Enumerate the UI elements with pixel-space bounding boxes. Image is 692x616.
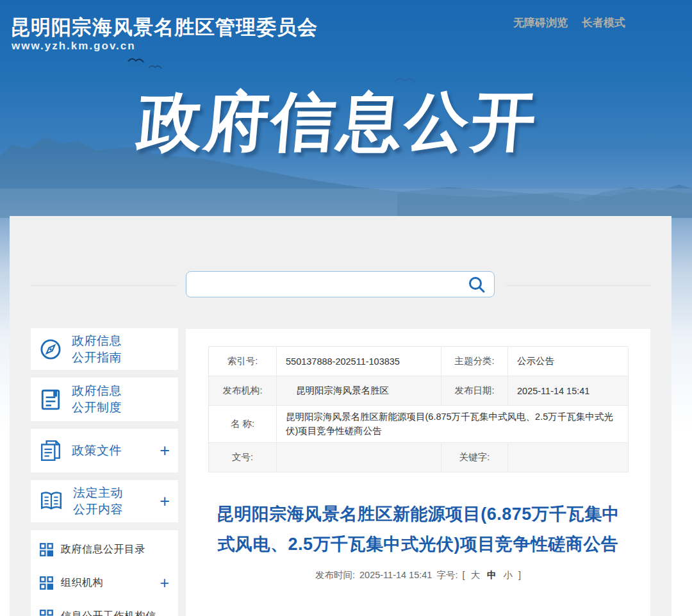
sidebar-sub-label: 政府信息公开目录 <box>61 543 145 556</box>
sidebar-item-info-directory[interactable]: 政府信息公开目录 <box>40 540 169 558</box>
expand-plus-icon[interactable]: + <box>160 444 170 457</box>
sidebar-sub-label: 组织机构 <box>61 576 103 590</box>
document-icon <box>39 388 62 411</box>
table-label-index: 索引号: <box>209 347 277 376</box>
table-label-name: 名 称: <box>209 406 277 443</box>
expand-plus-icon[interactable]: + <box>160 495 170 508</box>
site-url: www.yzh.km.gov.cn <box>12 40 136 53</box>
sidebar-item-open-system[interactable]: 政府信息 公开制度 <box>31 378 178 421</box>
search-input[interactable] <box>186 272 467 297</box>
article-title: 昆明阳宗海风景名胜区新能源项目(6.875万千瓦集中式风电、2.5万千瓦集中式光… <box>217 499 620 560</box>
font-size-label: 字号: <box>436 569 457 581</box>
font-size-medium-button[interactable]: 中 <box>486 569 498 581</box>
table-value-docnumber <box>277 443 441 472</box>
metadata-table: 索引号: 550137888-202511-103835 主题分类: 公示公告 … <box>208 346 628 472</box>
sidebar-item-label: 公开制度 <box>72 399 160 416</box>
bracket-close: ] <box>518 570 521 580</box>
sidebar-item-label: 政策文件 <box>72 442 150 459</box>
table-label-docnumber: 文号: <box>209 443 277 472</box>
compass-icon <box>39 338 62 361</box>
table-value-name: 昆明阳宗海风景名胜区新能源项目(6.875万千瓦集中式风电、2.5万千瓦集中式光… <box>277 406 629 443</box>
table-label-publisher: 发布机构: <box>209 376 277 406</box>
grid-icon <box>40 543 53 556</box>
sidebar-item-label: 政府信息 <box>72 333 160 349</box>
sidebar-item-label: 政府信息 <box>72 383 160 399</box>
search-box <box>186 271 495 297</box>
divider-right <box>506 285 651 286</box>
top-links: 无障碍浏览 长者模式 <box>513 15 625 30</box>
sidebar-sub-label: 信息公开工作机构信 <box>61 610 156 616</box>
sidebar-item-label: 法定主动 <box>73 485 150 501</box>
sidebar-item-work-agency-info[interactable]: 信息公开工作机构信 <box>40 607 169 616</box>
sidebar: 政府信息 公开指南 政府信息 公开制度 <box>31 328 178 616</box>
page: 昆明阳宗海风景名胜区管理委员会 www.yzh.km.gov.cn 无障碍浏览 … <box>0 0 692 616</box>
bracket-open: [ <box>462 570 465 580</box>
table-value-index: 550137888-202511-103835 <box>277 347 441 376</box>
accessibility-link[interactable]: 无障碍浏览 <box>513 15 568 30</box>
grid-icon <box>40 610 53 616</box>
table-value-keywords <box>508 443 629 472</box>
sidebar-sub-panel: 政府信息公开目录 组织机构 + <box>31 530 178 616</box>
sidebar-item-policy-files[interactable]: 政策文件 + <box>31 429 178 472</box>
font-size-large-button[interactable]: 大 <box>469 569 481 581</box>
sidebar-item-label: 公开内容 <box>73 501 150 518</box>
sidebar-item-organization[interactable]: 组织机构 + <box>40 574 169 592</box>
search-icon <box>467 275 486 294</box>
grid-icon <box>40 576 53 590</box>
banner-title: 政府信息公开 <box>135 79 542 166</box>
sidebar-item-open-guide[interactable]: 政府信息 公开指南 <box>31 328 178 370</box>
table-label-keywords: 关键字: <box>441 443 508 472</box>
sidebar-item-statutory-disclosure[interactable]: 法定主动 公开内容 + <box>31 480 178 522</box>
table-value-publisher: 昆明阳宗海风景名胜区 <box>277 376 441 406</box>
birds-icon <box>127 55 174 73</box>
table-label-category: 主题分类: <box>441 347 508 376</box>
sidebar-item-label: 公开指南 <box>72 349 160 366</box>
font-size-small-button[interactable]: 小 <box>502 569 514 581</box>
article-panel: 索引号: 550137888-202511-103835 主题分类: 公示公告 … <box>186 329 650 616</box>
site-title: 昆明阳宗海风景名胜区管理委员会 <box>10 14 318 41</box>
policy-files-icon <box>39 439 62 462</box>
table-label-pubdate: 发布日期: <box>441 376 508 406</box>
publish-time-value: 2025-11-14 15:41 <box>359 570 432 580</box>
table-value-pubdate: 2025-11-14 15:41 <box>508 376 629 406</box>
table-value-category: 公示公告 <box>508 347 629 376</box>
elder-mode-link[interactable]: 长者模式 <box>582 15 625 30</box>
search-button[interactable] <box>467 275 494 294</box>
expand-plus-icon[interactable]: + <box>160 576 169 589</box>
article-meta: 发布时间: 2025-11-14 15:41 字号: [ 大 中 小 ] <box>186 569 650 581</box>
open-book-icon <box>39 490 63 513</box>
content-shell: 政府信息 公开指南 政府信息 公开制度 <box>10 216 671 616</box>
publish-time-label: 发布时间: <box>315 569 355 581</box>
divider-left <box>31 285 176 286</box>
